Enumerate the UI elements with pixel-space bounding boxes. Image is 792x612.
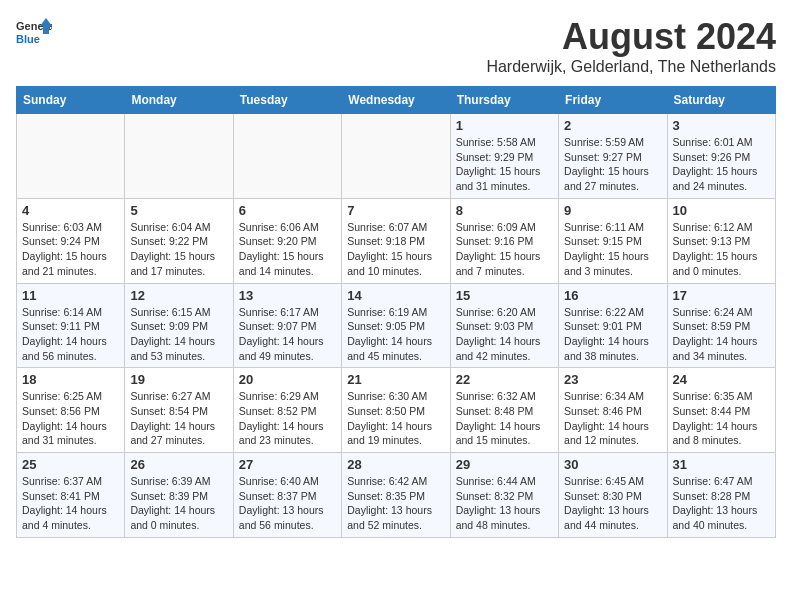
day-number: 20 [239,372,336,387]
day-cell: 19Sunrise: 6:27 AM Sunset: 8:54 PM Dayli… [125,368,233,453]
day-cell: 21Sunrise: 6:30 AM Sunset: 8:50 PM Dayli… [342,368,450,453]
week-row-2: 4Sunrise: 6:03 AM Sunset: 9:24 PM Daylig… [17,198,776,283]
day-number: 19 [130,372,227,387]
day-number: 16 [564,288,661,303]
day-number: 6 [239,203,336,218]
day-info: Sunrise: 6:44 AM Sunset: 8:32 PM Dayligh… [456,474,553,533]
day-number: 14 [347,288,444,303]
day-info: Sunrise: 6:24 AM Sunset: 8:59 PM Dayligh… [673,305,770,364]
day-info: Sunrise: 6:17 AM Sunset: 9:07 PM Dayligh… [239,305,336,364]
day-cell [342,114,450,199]
day-info: Sunrise: 6:34 AM Sunset: 8:46 PM Dayligh… [564,389,661,448]
day-cell [125,114,233,199]
day-number: 7 [347,203,444,218]
col-header-saturday: Saturday [667,87,775,114]
day-number: 15 [456,288,553,303]
day-number: 29 [456,457,553,472]
logo: General Blue [16,16,52,52]
col-header-wednesday: Wednesday [342,87,450,114]
svg-text:Blue: Blue [16,33,40,45]
day-number: 3 [673,118,770,133]
day-number: 18 [22,372,119,387]
col-header-tuesday: Tuesday [233,87,341,114]
day-info: Sunrise: 6:09 AM Sunset: 9:16 PM Dayligh… [456,220,553,279]
col-header-sunday: Sunday [17,87,125,114]
col-header-friday: Friday [559,87,667,114]
day-number: 28 [347,457,444,472]
day-info: Sunrise: 6:39 AM Sunset: 8:39 PM Dayligh… [130,474,227,533]
day-cell: 16Sunrise: 6:22 AM Sunset: 9:01 PM Dayli… [559,283,667,368]
day-cell: 11Sunrise: 6:14 AM Sunset: 9:11 PM Dayli… [17,283,125,368]
day-cell: 18Sunrise: 6:25 AM Sunset: 8:56 PM Dayli… [17,368,125,453]
day-info: Sunrise: 6:06 AM Sunset: 9:20 PM Dayligh… [239,220,336,279]
subtitle: Harderwijk, Gelderland, The Netherlands [486,58,776,76]
day-info: Sunrise: 6:22 AM Sunset: 9:01 PM Dayligh… [564,305,661,364]
day-cell: 12Sunrise: 6:15 AM Sunset: 9:09 PM Dayli… [125,283,233,368]
day-cell: 26Sunrise: 6:39 AM Sunset: 8:39 PM Dayli… [125,453,233,538]
day-info: Sunrise: 6:40 AM Sunset: 8:37 PM Dayligh… [239,474,336,533]
day-info: Sunrise: 5:58 AM Sunset: 9:29 PM Dayligh… [456,135,553,194]
day-number: 25 [22,457,119,472]
day-info: Sunrise: 6:11 AM Sunset: 9:15 PM Dayligh… [564,220,661,279]
day-cell: 29Sunrise: 6:44 AM Sunset: 8:32 PM Dayli… [450,453,558,538]
day-info: Sunrise: 6:01 AM Sunset: 9:26 PM Dayligh… [673,135,770,194]
day-number: 31 [673,457,770,472]
col-header-thursday: Thursday [450,87,558,114]
day-info: Sunrise: 6:30 AM Sunset: 8:50 PM Dayligh… [347,389,444,448]
day-number: 24 [673,372,770,387]
day-number: 17 [673,288,770,303]
day-info: Sunrise: 6:25 AM Sunset: 8:56 PM Dayligh… [22,389,119,448]
day-number: 23 [564,372,661,387]
day-info: Sunrise: 6:07 AM Sunset: 9:18 PM Dayligh… [347,220,444,279]
day-info: Sunrise: 6:04 AM Sunset: 9:22 PM Dayligh… [130,220,227,279]
title-area: August 2024 Harderwijk, Gelderland, The … [486,16,776,76]
day-info: Sunrise: 6:14 AM Sunset: 9:11 PM Dayligh… [22,305,119,364]
week-row-4: 18Sunrise: 6:25 AM Sunset: 8:56 PM Dayli… [17,368,776,453]
day-cell: 30Sunrise: 6:45 AM Sunset: 8:30 PM Dayli… [559,453,667,538]
day-cell: 6Sunrise: 6:06 AM Sunset: 9:20 PM Daylig… [233,198,341,283]
day-info: Sunrise: 6:47 AM Sunset: 8:28 PM Dayligh… [673,474,770,533]
day-cell: 8Sunrise: 6:09 AM Sunset: 9:16 PM Daylig… [450,198,558,283]
day-number: 27 [239,457,336,472]
day-cell: 5Sunrise: 6:04 AM Sunset: 9:22 PM Daylig… [125,198,233,283]
day-number: 30 [564,457,661,472]
header: General Blue August 2024 Harderwijk, Gel… [16,16,776,76]
day-cell [233,114,341,199]
day-cell: 25Sunrise: 6:37 AM Sunset: 8:41 PM Dayli… [17,453,125,538]
day-cell: 2Sunrise: 5:59 AM Sunset: 9:27 PM Daylig… [559,114,667,199]
day-number: 12 [130,288,227,303]
day-cell: 7Sunrise: 6:07 AM Sunset: 9:18 PM Daylig… [342,198,450,283]
day-cell: 3Sunrise: 6:01 AM Sunset: 9:26 PM Daylig… [667,114,775,199]
day-number: 9 [564,203,661,218]
day-info: Sunrise: 6:42 AM Sunset: 8:35 PM Dayligh… [347,474,444,533]
day-info: Sunrise: 6:27 AM Sunset: 8:54 PM Dayligh… [130,389,227,448]
day-info: Sunrise: 6:37 AM Sunset: 8:41 PM Dayligh… [22,474,119,533]
header-row: SundayMondayTuesdayWednesdayThursdayFrid… [17,87,776,114]
week-row-3: 11Sunrise: 6:14 AM Sunset: 9:11 PM Dayli… [17,283,776,368]
day-info: Sunrise: 6:20 AM Sunset: 9:03 PM Dayligh… [456,305,553,364]
day-cell: 13Sunrise: 6:17 AM Sunset: 9:07 PM Dayli… [233,283,341,368]
day-cell: 14Sunrise: 6:19 AM Sunset: 9:05 PM Dayli… [342,283,450,368]
day-cell: 10Sunrise: 6:12 AM Sunset: 9:13 PM Dayli… [667,198,775,283]
day-info: Sunrise: 6:32 AM Sunset: 8:48 PM Dayligh… [456,389,553,448]
day-info: Sunrise: 5:59 AM Sunset: 9:27 PM Dayligh… [564,135,661,194]
day-number: 26 [130,457,227,472]
day-cell: 15Sunrise: 6:20 AM Sunset: 9:03 PM Dayli… [450,283,558,368]
day-info: Sunrise: 6:29 AM Sunset: 8:52 PM Dayligh… [239,389,336,448]
day-cell: 28Sunrise: 6:42 AM Sunset: 8:35 PM Dayli… [342,453,450,538]
day-info: Sunrise: 6:15 AM Sunset: 9:09 PM Dayligh… [130,305,227,364]
day-cell: 4Sunrise: 6:03 AM Sunset: 9:24 PM Daylig… [17,198,125,283]
day-cell: 23Sunrise: 6:34 AM Sunset: 8:46 PM Dayli… [559,368,667,453]
week-row-5: 25Sunrise: 6:37 AM Sunset: 8:41 PM Dayli… [17,453,776,538]
calendar-table: SundayMondayTuesdayWednesdayThursdayFrid… [16,86,776,538]
day-number: 5 [130,203,227,218]
day-cell: 27Sunrise: 6:40 AM Sunset: 8:37 PM Dayli… [233,453,341,538]
day-info: Sunrise: 6:35 AM Sunset: 8:44 PM Dayligh… [673,389,770,448]
main-title: August 2024 [486,16,776,58]
col-header-monday: Monday [125,87,233,114]
day-info: Sunrise: 6:12 AM Sunset: 9:13 PM Dayligh… [673,220,770,279]
day-number: 8 [456,203,553,218]
day-number: 2 [564,118,661,133]
day-cell: 20Sunrise: 6:29 AM Sunset: 8:52 PM Dayli… [233,368,341,453]
day-cell: 9Sunrise: 6:11 AM Sunset: 9:15 PM Daylig… [559,198,667,283]
